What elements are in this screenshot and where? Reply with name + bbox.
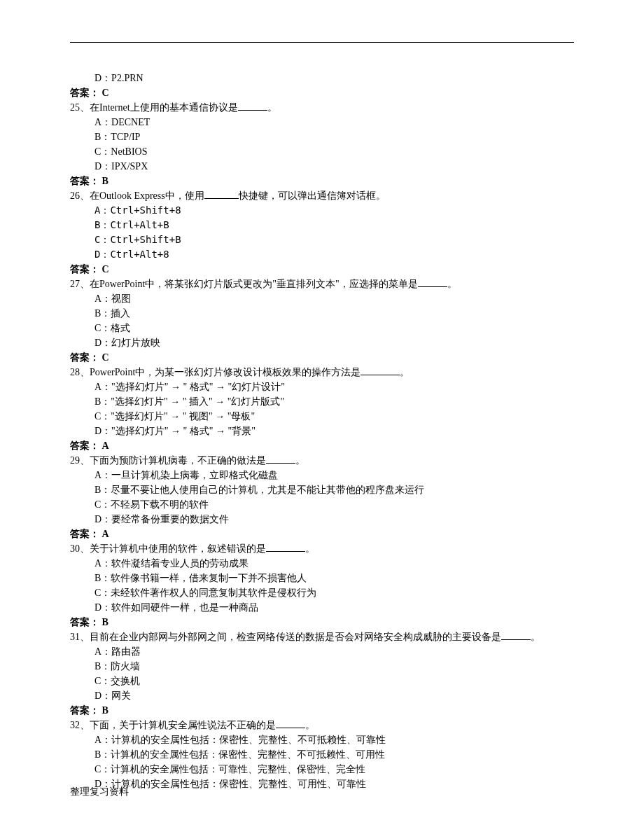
q29-option-b: B：尽量不要让他人使用自己的计算机，尤其是不能让其带他的程序盘来运行 — [70, 482, 574, 497]
q27-option-b: B：插入 — [70, 306, 574, 321]
q27-option-d: D：幻灯片放映 — [70, 335, 574, 350]
q25-stem: 25、在Internet上使用的基本通信协议是。 — [70, 100, 574, 115]
q32-stem-a: 32、下面，关于计算机安全属性说法不正确的是 — [70, 720, 276, 730]
q31-stem: 31、目前在企业内部网与外部网之间，检查网络传送的数据是否会对网络安全构成威胁的… — [70, 630, 574, 644]
q31-option-a: A：路由器 — [70, 644, 574, 659]
q29-option-c: C：不轻易下载不明的软件 — [70, 497, 574, 512]
q32-stem-b: 。 — [305, 720, 315, 730]
blank — [204, 188, 239, 199]
blank — [276, 718, 305, 728]
q32-stem: 32、下面，关于计算机安全属性说法不正确的是。 — [70, 718, 574, 732]
q28-option-c: C："选择幻灯片" → " 视图" → "母板" — [70, 409, 574, 424]
q29-answer: 答案： A — [70, 527, 574, 541]
q30-option-a: A：软件凝结着专业人员的劳动成果 — [70, 556, 574, 571]
q30-answer: 答案： B — [70, 615, 574, 630]
q28-option-a: A："选择幻灯片" → " 格式" → "幻灯片设计" — [70, 380, 574, 394]
q26-option-b: B：Ctrl+Alt+B — [70, 218, 574, 232]
q31-answer: 答案： B — [70, 703, 574, 718]
q27-stem: 27、在PowerPoint中，将某张幻灯片版式更改为"垂直排列文本"，应选择的… — [70, 277, 574, 291]
q26-option-c: C：Ctrl+Shift+B — [70, 232, 574, 247]
q30-stem-a: 30、关于计算机中使用的软件，叙述错误的是 — [70, 543, 266, 554]
q30-option-b: B：软件像书籍一样，借来复制一下并不损害他人 — [70, 571, 574, 585]
q26-stem-a: 26、在Outlook Express中，使用 — [70, 190, 204, 201]
q27-stem-b: 。 — [447, 279, 457, 289]
blank — [501, 630, 531, 640]
q32-option-c: C：计算机的安全属性包括：可靠性、完整性、保密性、完全性 — [70, 762, 574, 777]
q25-option-c: C：NetBIOS — [70, 144, 574, 159]
q31-option-d: D：网关 — [70, 688, 574, 703]
blank — [266, 453, 295, 464]
q25-stem-a: 25、在Internet上使用的基本通信协议是 — [70, 102, 238, 113]
blank — [266, 541, 305, 552]
q28-stem-a: 28、PowerPoint中，为某一张幻灯片修改设计模板效果的操作方法是 — [70, 367, 360, 377]
q25-stem-b: 。 — [267, 102, 277, 113]
q31-stem-a: 31、目前在企业内部网与外部网之间，检查网络传送的数据是否会对网络安全构成威胁的… — [70, 632, 501, 642]
q28-option-d: D："选择幻灯片" → " 格式" → "背景" — [70, 424, 574, 438]
q28-answer: 答案： A — [70, 438, 574, 453]
q27-stem-a: 27、在PowerPoint中，将某张幻灯片版式更改为"垂直排列文本"，应选择的… — [70, 279, 418, 289]
page-footer: 整理复习资料 — [70, 784, 129, 799]
top-divider — [70, 42, 574, 43]
q26-stem: 26、在Outlook Express中，使用快捷键，可以弹出通信簿对话框。 — [70, 188, 574, 203]
q29-option-a: A：一旦计算机染上病毒，立即格式化磁盘 — [70, 468, 574, 482]
q26-option-d: D：Ctrl+Alt+8 — [70, 247, 574, 262]
q30-stem: 30、关于计算机中使用的软件，叙述错误的是。 — [70, 541, 574, 556]
q29-stem-b: 。 — [295, 455, 305, 466]
document-page: D：P2.PRN 答案： C 25、在Internet上使用的基本通信协议是。 … — [0, 0, 644, 834]
q29-option-d: D：要经常备份重要的数据文件 — [70, 512, 574, 527]
q24-answer: 答案： C — [70, 85, 574, 100]
q27-option-c: C：格式 — [70, 321, 574, 335]
q26-option-a: A：Ctrl+Shift+8 — [70, 203, 574, 218]
q32-option-a: A：计算机的安全属性包括：保密性、完整性、不可抵赖性、可靠性 — [70, 732, 574, 747]
q29-stem-a: 29、下面为预防计算机病毒，不正确的做法是 — [70, 455, 266, 466]
q25-answer: 答案： B — [70, 174, 574, 188]
q31-stem-b: 。 — [531, 632, 540, 642]
q28-stem: 28、PowerPoint中，为某一张幻灯片修改设计模板效果的操作方法是。 — [70, 365, 574, 380]
q25-option-a: A：DECNET — [70, 115, 574, 130]
q24-option-d: D：P2.PRN — [70, 71, 574, 85]
q27-answer: 答案： C — [70, 350, 574, 365]
blank — [418, 277, 447, 287]
q25-option-b: B：TCP/IP — [70, 130, 574, 144]
q26-answer: 答案： C — [70, 262, 574, 277]
q32-option-d: D：计算机的安全属性包括：保密性、完整性、可用性、可靠性 — [70, 777, 574, 791]
q25-option-d: D：IPX/SPX — [70, 159, 574, 174]
q26-stem-b: 快捷键，可以弹出通信簿对话框。 — [239, 190, 386, 201]
q29-stem: 29、下面为预防计算机病毒，不正确的做法是。 — [70, 453, 574, 468]
q31-option-c: C：交换机 — [70, 674, 574, 688]
blank — [360, 365, 400, 375]
q27-option-a: A：视图 — [70, 291, 574, 306]
q31-option-b: B：防火墙 — [70, 659, 574, 674]
q32-option-b: B：计算机的安全属性包括：保密性、完整性、不可抵赖性、可用性 — [70, 747, 574, 762]
q30-option-d: D：软件如同硬件一样，也是一种商品 — [70, 600, 574, 615]
q28-option-b: B："选择幻灯片" → " 插入" → "幻灯片版式" — [70, 394, 574, 409]
q30-stem-b: 。 — [305, 543, 315, 554]
q28-stem-b: 。 — [400, 367, 410, 377]
blank — [238, 100, 267, 111]
q30-option-c: C：未经软件著作权人的同意复制其软件是侵权行为 — [70, 585, 574, 600]
